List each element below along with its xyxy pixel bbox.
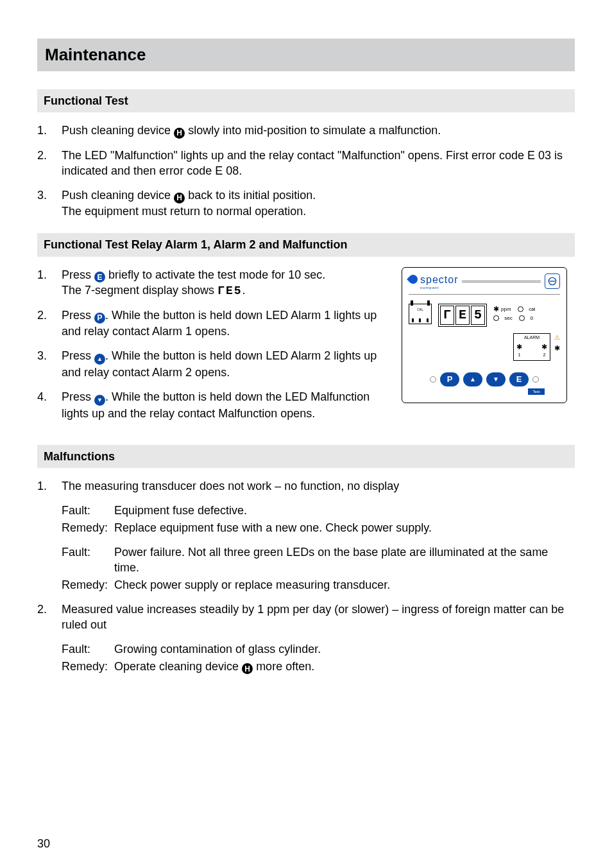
- screw-icon: [532, 376, 539, 383]
- down-arrow-icon: ▼: [94, 395, 105, 406]
- fault-label: Fault:: [62, 544, 114, 576]
- remedy-text: Check power supply or replace measuring …: [114, 577, 575, 593]
- unit-leds: ✱ppm cal sec 0: [493, 304, 535, 322]
- remedy-label: Remedy:: [62, 659, 114, 675]
- item-number: 2.: [37, 602, 62, 633]
- h-icon: H: [174, 193, 185, 204]
- page-title: Maintenance: [37, 39, 575, 71]
- step-text: Push cleaning device H slowly into mid-p…: [62, 123, 575, 139]
- p-button[interactable]: P: [440, 372, 459, 386]
- remedy-text: Replace equipment fuse with a new one. C…: [114, 520, 575, 535]
- item-number: 1.: [37, 478, 62, 494]
- device-logo: spector: [420, 273, 458, 287]
- fault-text: Equipment fuse defective.: [114, 503, 575, 518]
- remedy-label: Remedy:: [62, 577, 114, 593]
- remedy-label: Remedy:: [62, 520, 114, 535]
- fault-text: Growing contamination of glass cylinder.: [114, 641, 575, 657]
- fault-block: Fault:Growing contamination of glass cyl…: [62, 641, 575, 674]
- seven-segment-display: Γ E 5: [438, 304, 487, 327]
- item-head: Measured value increases steadily by 1 p…: [62, 602, 575, 633]
- h-icon: H: [242, 663, 253, 674]
- step-text: Press ▼. While the button is held down t…: [62, 389, 389, 421]
- e-button[interactable]: E: [509, 372, 529, 386]
- step-number: 1.: [37, 123, 62, 139]
- gestra-icon: [545, 273, 560, 289]
- screw-icon: [430, 376, 436, 383]
- warning-indicator: ⚠ ✱: [554, 333, 560, 352]
- malfunction-list: 1. The measuring transducer does not wor…: [37, 478, 575, 494]
- e-icon: E: [94, 272, 105, 282]
- h-icon: H: [174, 128, 185, 139]
- logo-mark-icon: [407, 273, 420, 286]
- relay-test-steps: 1. Press E briefly to activate the test …: [37, 267, 389, 422]
- step-text: Press ▲. While the button is held down L…: [62, 348, 389, 380]
- oil-indicator: OIL: [409, 304, 432, 324]
- step-text: The LED "Malfunction" lights up and the …: [62, 148, 575, 179]
- step-number: 4.: [37, 389, 62, 421]
- down-button[interactable]: ▼: [486, 372, 506, 386]
- test-label: Test: [528, 388, 545, 395]
- step-text: Push cleaning device H back to its initi…: [62, 187, 575, 219]
- p-icon: P: [94, 313, 105, 324]
- section-functional-test: Functional Test: [37, 89, 575, 112]
- up-arrow-icon: ▲: [94, 354, 105, 365]
- step-text: Press P. While the button is held down L…: [62, 308, 389, 339]
- section-malfunctions: Malfunctions: [37, 445, 575, 468]
- device-buttons: P ▲ ▼ E: [409, 372, 560, 386]
- page-number: 30: [37, 836, 50, 851]
- step-number: 3.: [37, 187, 62, 219]
- fault-text: Power failure. Not all three green LEDs …: [114, 544, 575, 576]
- step-number: 2.: [37, 148, 62, 179]
- fault-block: Fault:Power failure. Not all three green…: [62, 544, 575, 593]
- step-number: 1.: [37, 267, 62, 299]
- functional-test-steps: 1. Push cleaning device H slowly into mi…: [37, 123, 575, 219]
- malfunction-list: 2. Measured value increases steadily by …: [37, 602, 575, 633]
- alarm-indicator: ALARM ✱1 ✱2: [513, 333, 550, 361]
- fault-label: Fault:: [62, 641, 114, 657]
- fault-block: Fault:Equipment fuse defective. Remedy:R…: [62, 503, 575, 535]
- item-head: The measuring transducer does not work –…: [62, 478, 575, 494]
- step-text: Press E briefly to activate the test mod…: [62, 267, 389, 299]
- step-number: 2.: [37, 308, 62, 339]
- device-panel: spector compact OIL: [402, 267, 567, 404]
- fault-label: Fault:: [62, 503, 114, 518]
- step-number: 3.: [37, 348, 62, 380]
- remedy-text: Operate cleaning device H more often.: [114, 659, 575, 675]
- section-relay-test: Functional Test Relay Alarm 1, Alarm 2 a…: [37, 233, 575, 256]
- up-button[interactable]: ▲: [463, 372, 482, 386]
- seven-segment-value: ΓE5: [217, 284, 242, 297]
